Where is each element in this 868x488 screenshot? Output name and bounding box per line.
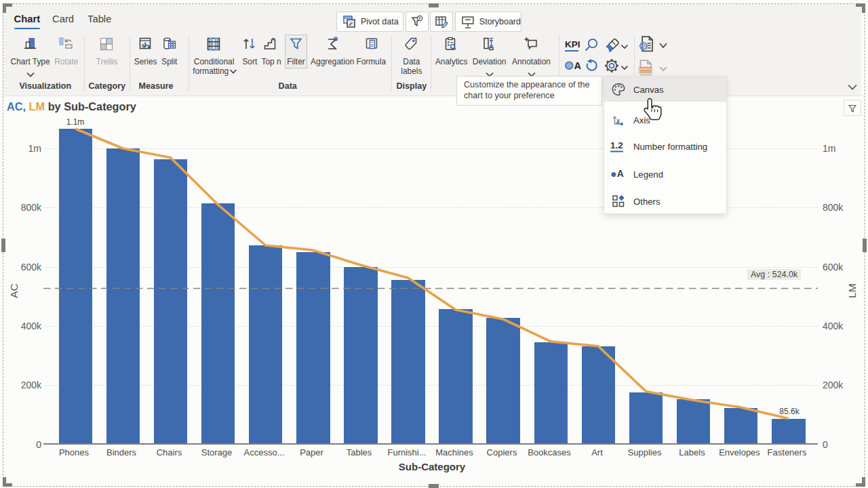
svg-text:A: A bbox=[574, 60, 582, 71]
